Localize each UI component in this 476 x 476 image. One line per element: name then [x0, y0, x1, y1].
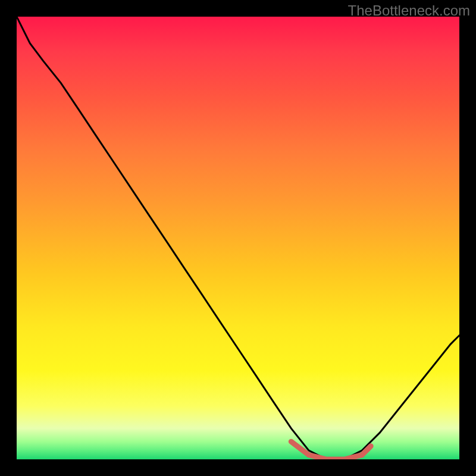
watermark-text: TheBottleneck.com — [348, 2, 470, 19]
optimal-range-highlight — [17, 17, 459, 459]
plot-area — [17, 17, 459, 459]
chart-container: TheBottleneck.com — [0, 0, 476, 476]
